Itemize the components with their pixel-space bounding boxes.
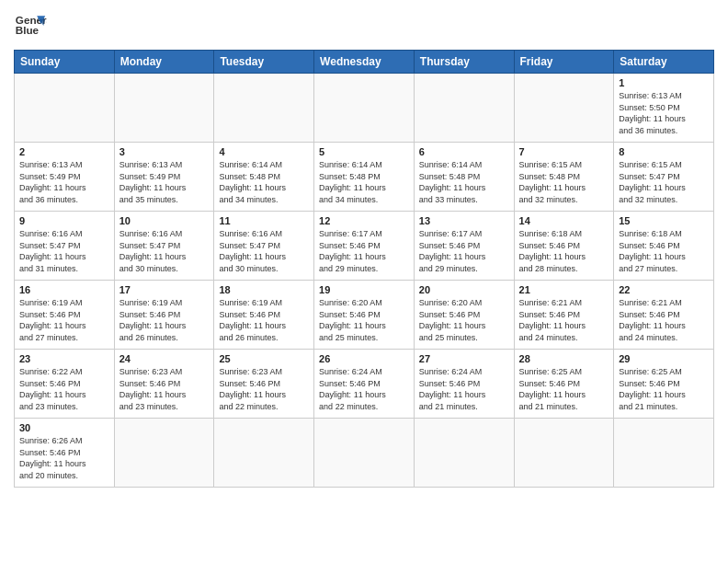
cell-info: Sunrise: 6:16 AM Sunset: 5:47 PM Dayligh… [119, 228, 210, 274]
cell-info: Sunrise: 6:13 AM Sunset: 5:50 PM Dayligh… [619, 90, 709, 136]
calendar-cell: 14Sunrise: 6:18 AM Sunset: 5:46 PM Dayli… [514, 212, 614, 281]
day-number: 2 [19, 146, 109, 157]
cell-info: Sunrise: 6:18 AM Sunset: 5:46 PM Dayligh… [619, 228, 709, 274]
calendar-cell: 4Sunrise: 6:14 AM Sunset: 5:48 PM Daylig… [214, 143, 314, 212]
day-header-tuesday: Tuesday [214, 51, 314, 74]
calendar-cell [114, 419, 214, 488]
logo: General Blue [14, 9, 47, 42]
cell-info: Sunrise: 6:13 AM Sunset: 5:49 PM Dayligh… [119, 159, 210, 205]
cell-info: Sunrise: 6:26 AM Sunset: 5:46 PM Dayligh… [19, 435, 109, 481]
day-header-saturday: Saturday [614, 51, 714, 74]
cell-info: Sunrise: 6:22 AM Sunset: 5:46 PM Dayligh… [19, 366, 109, 412]
day-number: 7 [519, 146, 609, 157]
day-number: 26 [319, 353, 409, 364]
calendar-cell: 18Sunrise: 6:19 AM Sunset: 5:46 PM Dayli… [214, 281, 314, 350]
calendar-cell: 8Sunrise: 6:15 AM Sunset: 5:47 PM Daylig… [614, 143, 714, 212]
calendar-week-row: 30Sunrise: 6:26 AM Sunset: 5:46 PM Dayli… [15, 419, 714, 488]
cell-info: Sunrise: 6:24 AM Sunset: 5:46 PM Dayligh… [419, 366, 509, 412]
day-number: 17 [119, 284, 210, 295]
calendar-cell [114, 74, 214, 143]
day-header-friday: Friday [514, 51, 614, 74]
calendar-cell: 16Sunrise: 6:19 AM Sunset: 5:46 PM Dayli… [15, 281, 115, 350]
day-number: 3 [119, 146, 210, 157]
day-number: 15 [619, 215, 709, 226]
calendar-cell [314, 419, 415, 488]
calendar-cell: 23Sunrise: 6:22 AM Sunset: 5:46 PM Dayli… [15, 350, 115, 419]
calendar-week-row: 2Sunrise: 6:13 AM Sunset: 5:49 PM Daylig… [15, 143, 714, 212]
day-number: 27 [419, 353, 509, 364]
cell-info: Sunrise: 6:14 AM Sunset: 5:48 PM Dayligh… [419, 159, 509, 205]
calendar-cell [214, 74, 314, 143]
day-number: 9 [19, 215, 109, 226]
cell-info: Sunrise: 6:15 AM Sunset: 5:47 PM Dayligh… [619, 159, 709, 205]
day-number: 25 [219, 353, 309, 364]
calendar-cell: 5Sunrise: 6:14 AM Sunset: 5:48 PM Daylig… [314, 143, 415, 212]
cell-info: Sunrise: 6:17 AM Sunset: 5:46 PM Dayligh… [419, 228, 509, 274]
cell-info: Sunrise: 6:21 AM Sunset: 5:46 PM Dayligh… [519, 297, 609, 343]
calendar-cell: 30Sunrise: 6:26 AM Sunset: 5:46 PM Dayli… [15, 419, 115, 488]
cell-info: Sunrise: 6:17 AM Sunset: 5:46 PM Dayligh… [319, 228, 409, 274]
day-header-wednesday: Wednesday [314, 51, 415, 74]
cell-info: Sunrise: 6:24 AM Sunset: 5:46 PM Dayligh… [319, 366, 409, 412]
calendar-week-row: 16Sunrise: 6:19 AM Sunset: 5:46 PM Dayli… [15, 281, 714, 350]
calendar-cell: 1Sunrise: 6:13 AM Sunset: 5:50 PM Daylig… [614, 74, 714, 143]
cell-info: Sunrise: 6:19 AM Sunset: 5:46 PM Dayligh… [119, 297, 210, 343]
calendar-cell [414, 74, 514, 143]
cell-info: Sunrise: 6:15 AM Sunset: 5:48 PM Dayligh… [519, 159, 609, 205]
day-number: 6 [419, 146, 509, 157]
day-number: 22 [619, 284, 709, 295]
calendar-cell: 28Sunrise: 6:25 AM Sunset: 5:46 PM Dayli… [514, 350, 614, 419]
calendar-cell: 19Sunrise: 6:20 AM Sunset: 5:46 PM Dayli… [314, 281, 415, 350]
day-number: 21 [519, 284, 609, 295]
day-number: 4 [219, 146, 309, 157]
day-number: 13 [419, 215, 509, 226]
cell-info: Sunrise: 6:23 AM Sunset: 5:46 PM Dayligh… [219, 366, 309, 412]
cell-info: Sunrise: 6:25 AM Sunset: 5:46 PM Dayligh… [619, 366, 709, 412]
day-number: 19 [319, 284, 409, 295]
calendar-cell [15, 74, 115, 143]
day-number: 1 [619, 77, 709, 88]
cell-info: Sunrise: 6:16 AM Sunset: 5:47 PM Dayligh… [219, 228, 309, 274]
calendar-cell [514, 419, 614, 488]
header: General Blue [14, 9, 714, 42]
day-header-monday: Monday [114, 51, 214, 74]
day-number: 23 [19, 353, 109, 364]
day-number: 10 [119, 215, 210, 226]
day-number: 16 [19, 284, 109, 295]
day-number: 20 [419, 284, 509, 295]
calendar-cell: 22Sunrise: 6:21 AM Sunset: 5:46 PM Dayli… [614, 281, 714, 350]
day-number: 14 [519, 215, 609, 226]
cell-info: Sunrise: 6:19 AM Sunset: 5:46 PM Dayligh… [19, 297, 109, 343]
cell-info: Sunrise: 6:14 AM Sunset: 5:48 PM Dayligh… [319, 159, 409, 205]
svg-text:Blue: Blue [16, 24, 40, 36]
calendar-cell: 7Sunrise: 6:15 AM Sunset: 5:48 PM Daylig… [514, 143, 614, 212]
calendar-cell [414, 419, 514, 488]
calendar-cell: 27Sunrise: 6:24 AM Sunset: 5:46 PM Dayli… [414, 350, 514, 419]
calendar-cell [214, 419, 314, 488]
calendar-cell: 21Sunrise: 6:21 AM Sunset: 5:46 PM Dayli… [514, 281, 614, 350]
calendar-cell: 6Sunrise: 6:14 AM Sunset: 5:48 PM Daylig… [414, 143, 514, 212]
cell-info: Sunrise: 6:21 AM Sunset: 5:46 PM Dayligh… [619, 297, 709, 343]
cell-info: Sunrise: 6:18 AM Sunset: 5:46 PM Dayligh… [519, 228, 609, 274]
calendar-cell: 20Sunrise: 6:20 AM Sunset: 5:46 PM Dayli… [414, 281, 514, 350]
calendar-cell [314, 74, 415, 143]
calendar-cell: 24Sunrise: 6:23 AM Sunset: 5:46 PM Dayli… [114, 350, 214, 419]
calendar-week-row: 23Sunrise: 6:22 AM Sunset: 5:46 PM Dayli… [15, 350, 714, 419]
cell-info: Sunrise: 6:20 AM Sunset: 5:46 PM Dayligh… [319, 297, 409, 343]
calendar-cell: 29Sunrise: 6:25 AM Sunset: 5:46 PM Dayli… [614, 350, 714, 419]
day-number: 24 [119, 353, 210, 364]
calendar-table: SundayMondayTuesdayWednesdayThursdayFrid… [14, 50, 714, 488]
cell-info: Sunrise: 6:25 AM Sunset: 5:46 PM Dayligh… [519, 366, 609, 412]
calendar-cell: 13Sunrise: 6:17 AM Sunset: 5:46 PM Dayli… [414, 212, 514, 281]
cell-info: Sunrise: 6:23 AM Sunset: 5:46 PM Dayligh… [119, 366, 210, 412]
calendar-cell: 17Sunrise: 6:19 AM Sunset: 5:46 PM Dayli… [114, 281, 214, 350]
day-number: 18 [219, 284, 309, 295]
calendar-cell: 11Sunrise: 6:16 AM Sunset: 5:47 PM Dayli… [214, 212, 314, 281]
calendar-cell: 2Sunrise: 6:13 AM Sunset: 5:49 PM Daylig… [15, 143, 115, 212]
calendar-cell: 25Sunrise: 6:23 AM Sunset: 5:46 PM Dayli… [214, 350, 314, 419]
calendar-cell: 9Sunrise: 6:16 AM Sunset: 5:47 PM Daylig… [15, 212, 115, 281]
cell-info: Sunrise: 6:16 AM Sunset: 5:47 PM Dayligh… [19, 228, 109, 274]
day-header-thursday: Thursday [414, 51, 514, 74]
calendar-week-row: 1Sunrise: 6:13 AM Sunset: 5:50 PM Daylig… [15, 74, 714, 143]
day-header-sunday: Sunday [15, 51, 115, 74]
